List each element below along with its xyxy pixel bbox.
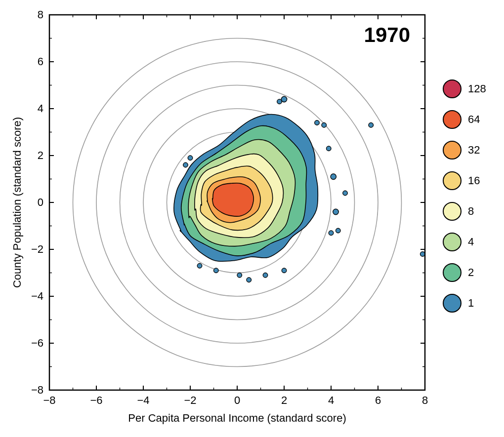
legend-swatch: [443, 80, 461, 98]
x-tick-label: 8: [422, 394, 428, 406]
legend-swatch: [443, 294, 461, 312]
legend-label: 128: [468, 82, 486, 95]
density-blob: [329, 231, 334, 236]
density-blob: [214, 268, 219, 273]
legend-label: 8: [468, 205, 474, 217]
density-blob: [420, 252, 425, 257]
x-tick-label: −2: [184, 394, 196, 406]
density-contour-chart: −8−6−4−202468−8−6−4−202468Per Capita Per…: [0, 0, 504, 437]
legend-label: 64: [468, 113, 480, 125]
x-tick-label: 0: [234, 394, 240, 406]
x-tick-label: −4: [137, 394, 149, 406]
legend-swatch: [443, 233, 461, 251]
y-tick-label: −4: [31, 290, 43, 302]
legend-label: 4: [468, 236, 474, 248]
y-tick-label: 4: [38, 102, 43, 115]
density-blob: [277, 99, 282, 104]
density-blob: [336, 228, 341, 233]
y-axis-label: County Population (standard score): [11, 117, 23, 288]
legend-swatch: [443, 141, 461, 159]
density-blob: [183, 162, 188, 167]
density-blob: [343, 191, 348, 196]
legend-label: 32: [468, 144, 480, 156]
y-tick-label: 0: [38, 196, 43, 208]
x-tick-label: 6: [375, 394, 381, 406]
density-blob: [247, 278, 252, 282]
density-blob: [327, 146, 332, 151]
y-tick-label: −8: [31, 384, 43, 396]
x-tick-label: 2: [281, 394, 287, 406]
y-tick-label: −2: [31, 243, 43, 255]
legend-swatch: [443, 172, 461, 190]
y-tick-label: 2: [38, 149, 43, 161]
x-tick-label: −6: [90, 394, 102, 406]
density-contours: [174, 114, 318, 261]
density-blob: [282, 268, 287, 273]
legend-swatch: [443, 111, 461, 128]
density-blob: [369, 123, 374, 128]
density-blob: [331, 174, 336, 179]
density-blob: [263, 273, 268, 278]
legend-label: 2: [468, 266, 474, 278]
legend-label: 1: [468, 297, 474, 309]
x-axis-label: Per Capita Personal Income (standard sco…: [128, 412, 346, 424]
year-annotation: 1970: [364, 23, 410, 46]
legend-swatch: [443, 202, 461, 220]
y-tick-label: −6: [31, 337, 43, 349]
chart-container: −8−6−4−202468−8−6−4−202468Per Capita Per…: [0, 0, 504, 437]
legend-label: 16: [468, 174, 480, 187]
density-blob: [197, 264, 202, 269]
x-tick-label: 4: [328, 394, 334, 406]
y-tick-label: 8: [38, 8, 43, 21]
density-blob: [237, 273, 242, 278]
density-blob: [315, 120, 320, 125]
density-blob: [188, 156, 193, 160]
y-tick-label: 6: [38, 55, 43, 68]
density-blob: [322, 123, 327, 128]
density-blob: [281, 96, 287, 102]
color-legend: 1286432168421: [443, 80, 486, 312]
x-tick-label: −8: [43, 394, 55, 406]
legend-swatch: [443, 264, 461, 281]
density-blob: [333, 209, 338, 214]
